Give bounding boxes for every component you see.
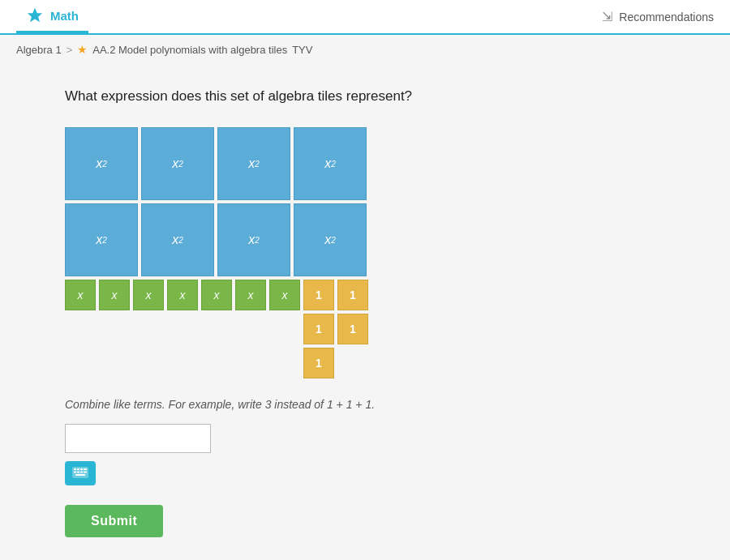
svg-marker-0 <box>28 8 42 22</box>
recommendations-icon: ⇲ <box>602 9 612 24</box>
tile-x2-5: x2 <box>65 203 138 276</box>
breadcrumb-tag: TYV <box>292 44 312 56</box>
tile-x2-7: x2 <box>217 203 290 276</box>
recommendations-label: Recommendations <box>619 11 714 24</box>
svg-rect-5 <box>84 468 87 470</box>
breadcrumb: Algebra 1 > ★ AA.2 Model polynomials wit… <box>0 35 730 64</box>
recommendations-tab[interactable]: ⇲ Recommendations <box>602 9 714 24</box>
tile-x-7: x <box>269 280 300 310</box>
svg-rect-9 <box>84 471 87 472</box>
tiles-row-2: x2 x2 x2 x2 <box>65 203 367 276</box>
tile-1-5: 1 <box>303 348 334 378</box>
keyboard-icon <box>72 467 88 481</box>
tile-x-2: x <box>99 280 130 310</box>
header: Math ⇲ Recommendations <box>0 0 730 35</box>
tiles-row-1: x2 x2 x2 x2 <box>65 127 367 200</box>
tile-x2-4: x2 <box>294 127 367 200</box>
breadcrumb-star-icon: ★ <box>77 43 88 56</box>
svg-rect-6 <box>74 471 76 472</box>
svg-rect-2 <box>74 468 76 470</box>
tile-x-3: x <box>133 280 164 310</box>
svg-rect-10 <box>75 474 85 476</box>
tile-1-4: 1 <box>337 314 368 344</box>
svg-rect-8 <box>80 471 83 472</box>
svg-rect-3 <box>77 468 79 470</box>
math-tab[interactable]: Math <box>16 0 88 33</box>
math-icon <box>26 6 44 24</box>
ones-stack-col1: 1 1 1 <box>303 280 334 378</box>
algebra-tiles: x2 x2 x2 x2 x2 x2 x2 x2 x x x x x x x 1 … <box>65 127 665 378</box>
tile-1-1: 1 <box>303 280 334 310</box>
tile-1-3: 1 <box>337 280 368 310</box>
question-text: What expression does this set of algebra… <box>65 88 665 105</box>
tile-x-1: x <box>65 280 96 310</box>
answer-input[interactable] <box>65 424 211 453</box>
tiles-row-3: x x x x x x x 1 1 1 1 1 <box>65 280 368 378</box>
ones-stack-col2: 1 1 <box>337 280 368 378</box>
svg-rect-7 <box>77 471 79 472</box>
submit-button[interactable]: Submit <box>65 505 163 537</box>
breadcrumb-lesson: AA.2 Model polynomials with algebra tile… <box>92 44 287 56</box>
math-tab-label: Math <box>50 9 79 23</box>
tile-1-2: 1 <box>303 314 334 344</box>
main-content: What expression does this set of algebra… <box>0 64 730 560</box>
tile-x2-6: x2 <box>141 203 214 276</box>
keyboard-svg <box>72 467 88 478</box>
tile-x-5: x <box>201 280 232 310</box>
hint-text: Combine like terms. For example, write 3… <box>65 398 665 411</box>
tile-x2-1: x2 <box>65 127 138 200</box>
breadcrumb-course[interactable]: Algebra 1 <box>16 44 62 56</box>
tile-x-6: x <box>235 280 266 310</box>
tile-x-4: x <box>167 280 198 310</box>
breadcrumb-separator: > <box>67 44 73 56</box>
tile-x2-2: x2 <box>141 127 214 200</box>
tile-x2-3: x2 <box>217 127 290 200</box>
svg-rect-4 <box>80 468 83 470</box>
tile-x2-8: x2 <box>294 203 367 276</box>
keyboard-button[interactable] <box>65 461 96 485</box>
